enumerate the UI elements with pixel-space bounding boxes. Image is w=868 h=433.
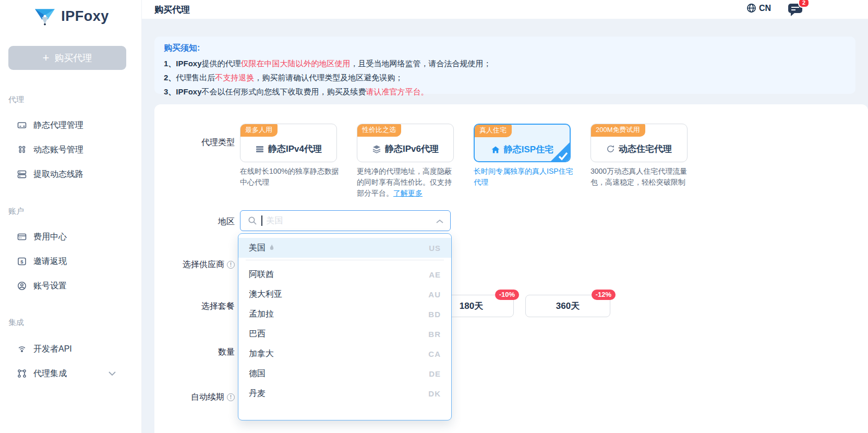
discount-badge: -10% [495, 290, 519, 300]
sidebar-item-label: 静态代理管理 [33, 120, 83, 131]
type-badge: 性价比之选 [357, 124, 401, 137]
integration-icon [17, 368, 27, 379]
region-option-ca[interactable]: 加拿大CA [238, 344, 451, 364]
fox-logo-icon [33, 6, 57, 26]
svg-text:$: $ [20, 259, 23, 264]
package-duration: 180天 [460, 300, 483, 312]
section-title-integration: 集成 [8, 318, 24, 328]
type-badge: 真人住宅 [474, 124, 512, 137]
layers-icon [372, 145, 381, 153]
region-placeholder: 美国 [267, 215, 283, 226]
divider [246, 260, 444, 260]
content-area: 购买须知: 1、IPFoxy提供的代理仅限在中国大陆以外的地区使用，且受当地网络… [142, 19, 868, 433]
discount-badge: -12% [592, 290, 616, 300]
package-duration: 360天 [556, 300, 580, 312]
sidebar-item-account-settings[interactable]: 账号设置 [17, 279, 131, 293]
region-option-us[interactable]: 美国 US [238, 238, 451, 258]
label-region: 地区 [154, 216, 235, 227]
label-proxy-type: 代理类型 [154, 137, 235, 148]
dollar-square-icon: $ [17, 256, 27, 267]
type-title: 静态IPv4代理 [268, 143, 322, 155]
sidebar-item-label: 动态账号管理 [33, 145, 83, 155]
sidebar-item-developer-api[interactable]: 开发者API [17, 342, 131, 356]
type-badge: 最多人用 [240, 124, 278, 137]
monitor-icon [17, 120, 27, 130]
notice-line-1: 1、IPFoxy提供的代理仅限在中国大陆以外的地区使用，且受当地网络监管，请合法… [164, 56, 846, 70]
sidebar-item-label: 代理集成 [33, 368, 67, 379]
learn-more-link[interactable]: 了解更多 [393, 189, 423, 197]
label-supplier: 选择供应商 [154, 259, 235, 270]
region-option-au[interactable]: 澳大利亚AU [238, 284, 451, 304]
sidebar: IPFoxy + 购买代理 代理 静态代理管理 动态账号管理 提取动态线路 账户… [0, 0, 142, 433]
sidebar-item-label: 开发者API [33, 344, 72, 355]
brand-logo[interactable]: IPFoxy [0, 6, 142, 26]
globe-icon [746, 3, 756, 13]
notice-line-2: 2、代理售出后不支持退换，购买前请确认代理类型及地区避免误购； [164, 70, 846, 85]
brand-name: IPFoxy [61, 8, 109, 25]
info-icon[interactable] [227, 261, 235, 269]
users-icon [17, 145, 27, 155]
label-auto-renew: 自动续期 [154, 391, 235, 403]
top-bar: 购买代理 CN 2 [142, 0, 868, 19]
proxy-type-card-dynamic[interactable]: 200M免费试用 动态住宅代理 [590, 124, 688, 162]
sidebar-item-proxy-integration[interactable]: 代理集成 [17, 366, 131, 381]
selected-check-icon [550, 142, 570, 162]
sidebar-item-dynamic-accounts[interactable]: 动态账号管理 [17, 142, 131, 157]
sidebar-item-extract-lines[interactable]: 提取动态线路 [17, 167, 131, 182]
region-dropdown: 美国 US 阿联酋AE 澳大利亚AU 孟加拉BD 巴西BR 加拿大CA 德国DE… [238, 233, 452, 420]
buy-proxy-button[interactable]: + 购买代理 [8, 46, 126, 70]
label-package: 选择套餐 [154, 300, 235, 312]
page-title: 购买代理 [154, 4, 190, 16]
notice-line-3: 3、IPFoxy不会以任何形式向您线下收取费用，购买及续费请认准官方平台。 [164, 85, 846, 99]
server-icon [255, 145, 264, 153]
plus-icon: + [43, 52, 50, 64]
sidebar-item-label: 费用中心 [33, 232, 67, 243]
type-desc-ipv4: 在线时长100%的独享静态数据中心代理 [240, 166, 340, 188]
sidebar-item-label: 账号设置 [33, 281, 67, 292]
region-option-de[interactable]: 德国DE [238, 364, 451, 383]
sidebar-item-static-proxy[interactable]: 静态代理管理 [17, 118, 131, 133]
region-option-br[interactable]: 巴西BR [238, 324, 451, 344]
purchase-form-card: 代理类型 地区 选择供应商 选择套餐 数量 自动续期 最多人用 静态IPv4代理… [154, 104, 868, 433]
proxy-type-card-ipv6[interactable]: 性价比之选 静态IPv6代理 [357, 124, 454, 162]
sidebar-item-invite-cashback[interactable]: $ 邀请返现 [17, 254, 131, 269]
region-search-input[interactable]: 美国 [240, 210, 451, 231]
package-card-360[interactable]: 360天 -12% [525, 295, 610, 317]
type-desc-dynamic: 3000万动态真人住宅代理流量包，高速稳定，轻松突破限制 [590, 166, 691, 188]
purchase-notice: 购买须知: 1、IPFoxy提供的代理仅限在中国大陆以外的地区使用，且受当地网络… [154, 37, 855, 94]
sidebar-item-label: 邀请返现 [33, 256, 67, 267]
proxy-type-card-ipv4[interactable]: 最多人用 静态IPv4代理 [240, 124, 337, 162]
user-circle-icon [17, 281, 27, 291]
section-title-proxy: 代理 [8, 95, 24, 105]
type-badge: 200M免费试用 [590, 124, 645, 137]
type-desc-isp: 长时间专属独享的真人ISP住宅代理 [474, 166, 574, 188]
api-signal-icon [17, 344, 27, 354]
proxy-type-card-isp[interactable]: 真人住宅 静态ISP住宅 [474, 124, 571, 162]
region-option-ae[interactable]: 阿联酋AE [238, 264, 451, 284]
label-quantity: 数量 [154, 346, 235, 358]
type-title: 静态IPv6代理 [385, 143, 439, 155]
region-option-bd[interactable]: 孟加拉BD [238, 304, 451, 324]
type-title: 静态ISP住宅 [504, 143, 553, 155]
message-count-badge: 2 [798, 0, 810, 8]
section-title-account: 账户 [8, 207, 24, 216]
flame-icon [269, 244, 275, 251]
region-option-dk[interactable]: 丹麦DK [238, 383, 451, 403]
language-switcher[interactable]: CN [746, 3, 771, 13]
type-title: 动态住宅代理 [619, 143, 672, 155]
sidebar-item-billing-center[interactable]: 费用中心 [17, 230, 131, 244]
credit-card-icon [17, 232, 27, 242]
refresh-icon [606, 145, 615, 153]
language-label: CN [759, 4, 771, 13]
type-desc-ipv6: 更纯净的代理地址，高度隐蔽的同时享有高性价比。仅支持部分平台。了解更多 [357, 166, 457, 199]
chevron-down-icon[interactable] [108, 371, 116, 376]
buy-proxy-button-label: 购买代理 [54, 52, 92, 64]
notice-title: 购买须知: [164, 43, 846, 54]
server-rows-icon [17, 169, 27, 179]
search-icon [248, 216, 257, 225]
info-icon[interactable] [227, 393, 235, 401]
sidebar-item-label: 提取动态线路 [33, 169, 83, 180]
chevron-up-icon[interactable] [436, 220, 443, 223]
text-cursor [261, 215, 262, 226]
home-icon [491, 146, 500, 154]
